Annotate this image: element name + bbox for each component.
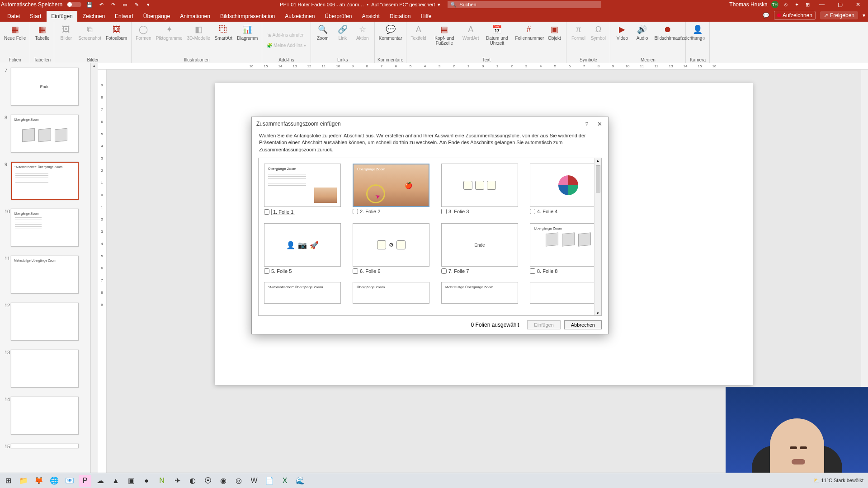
cameo-button[interactable]: 👤Cameo [689, 23, 707, 42]
slide-thumb-14[interactable] [11, 397, 79, 435]
avatar[interactable]: TH [771, 1, 778, 8]
dialog-slide-3[interactable]: 3. Folie 3 [441, 164, 518, 215]
tab-help[interactable]: Hilfe [416, 11, 436, 22]
tb-ico-3[interactable]: ⊞ [804, 1, 811, 8]
help-button[interactable]: ? [583, 121, 591, 127]
tab-design[interactable]: Entwurf [110, 11, 138, 22]
task-word-icon[interactable]: W [248, 475, 260, 487]
photoalbum-button[interactable]: 🖼Fotoalbum [104, 23, 128, 42]
symbol-button[interactable]: ΩSymbol [589, 23, 607, 42]
dropdown-icon[interactable]: ▾ [145, 1, 152, 8]
tab-home[interactable]: Start [25, 11, 46, 22]
screenshot-button[interactable]: ⧉Screenshot [77, 23, 103, 42]
task-powerpoint-icon[interactable]: P [79, 475, 91, 487]
thumbnails-scrollbar[interactable]: ▴▾ [90, 63, 98, 476]
audio-button[interactable]: 🔊Audio [633, 23, 651, 42]
slidenumber-button[interactable]: #Foliennummer [514, 23, 543, 42]
comment-button[interactable]: 💬Kommentar [377, 23, 404, 42]
task-app-icon[interactable]: ☁ [94, 475, 107, 487]
task-excel-icon[interactable]: X [278, 475, 291, 487]
dialog-slide-1[interactable]: Übergänge Zoom 1. Folie 1 [264, 164, 341, 215]
slide-thumb-15[interactable] [11, 444, 79, 448]
table-button[interactable]: ▦Tabelle [33, 23, 51, 42]
dialog-slide-8[interactable]: Übergänge Zoom 8. Folie 8 [530, 223, 602, 274]
slide-thumb-9[interactable]: "Automatischer" Übergänge Zoom [11, 162, 79, 200]
slide-thumb-13[interactable] [11, 350, 79, 388]
maximize-button[interactable]: ▢ [833, 1, 847, 8]
my-addins-button[interactable]: 🧩 Meine Add-Ins ▾ [265, 42, 308, 49]
search-box[interactable]: 🔍 Suchen [448, 1, 601, 8]
minimize-button[interactable]: — [815, 1, 829, 8]
dialog-slide-11[interactable]: Mehrstufige Übergänge Zoom [441, 282, 518, 304]
tab-transitions[interactable]: Übergänge [139, 11, 175, 22]
chevron-down-icon[interactable]: ▾ [863, 12, 865, 19]
dialog-slide-6[interactable]: ⚙ 6. Folie 6 [353, 223, 429, 274]
dialog-close-button[interactable]: ✕ [595, 121, 604, 127]
task-onenote-icon[interactable]: N [156, 475, 168, 487]
tab-file[interactable]: Datei [3, 11, 24, 22]
screenrec-button[interactable]: ⏺Bildschirmaufzeichnung [653, 23, 683, 42]
redo-icon[interactable]: ↷ [109, 1, 117, 8]
autosave-toggle[interactable] [67, 2, 81, 7]
task-telegram-icon[interactable]: ✈ [171, 475, 184, 487]
equation-button[interactable]: πFormel [569, 23, 587, 42]
task-app6-icon[interactable]: ◎ [232, 475, 245, 487]
tab-dictation[interactable]: Dictation [385, 11, 415, 22]
task-app4-icon[interactable]: ◐ [186, 475, 199, 487]
task-app3-icon[interactable]: ● [140, 475, 153, 487]
action-button[interactable]: ☆Aktion [354, 23, 372, 42]
save-icon[interactable]: 💾 [86, 1, 93, 8]
task-obs-icon[interactable]: ⦿ [202, 475, 214, 487]
undo-icon[interactable]: ↶ [98, 1, 105, 8]
dialog-slide-2[interactable]: Übergänge Zoom ➤ 🍎 2. Folie 2 [353, 164, 429, 215]
wordart-button[interactable]: AWordArt [461, 23, 481, 42]
share-button[interactable]: ↗Freigeben [820, 11, 858, 19]
slide-thumb-8[interactable]: Übergänge Zoom [11, 115, 79, 153]
task-app5-icon[interactable]: ◉ [217, 475, 230, 487]
dialog-slide-9[interactable]: "Automatischer" Übergänge Zoom [264, 282, 341, 304]
tab-draw[interactable]: Zeichnen [78, 11, 109, 22]
tab-slideshow[interactable]: Bildschirmpräsentation [216, 11, 279, 22]
tab-review[interactable]: Überprüfen [320, 11, 356, 22]
slide-thumbnails-panel[interactable]: 7 Ende 8 Übergänge Zoom 9 "Automatischer… [0, 63, 90, 476]
icons-button[interactable]: ✦Piktogramme [155, 23, 184, 42]
smartart-button[interactable]: ⿻SmartArt [213, 23, 234, 42]
task-app7-icon[interactable]: 📄 [263, 475, 276, 487]
start-button[interactable]: ⊞ [2, 475, 14, 487]
link-button[interactable]: 🔗Link [334, 23, 352, 42]
task-chrome-icon[interactable]: 🌐 [48, 475, 61, 487]
dialog-slide-12[interactable] [530, 282, 602, 304]
dialog-scrollbar[interactable]: ▴▾ [594, 158, 601, 315]
chart-button[interactable]: 📊Diagramm [236, 23, 259, 42]
slide-thumb-10[interactable]: Übergänge Zoom [11, 209, 79, 247]
task-vlc-icon[interactable]: ▲ [109, 475, 122, 487]
tab-animations[interactable]: Animationen [175, 11, 215, 22]
slide-thumb-12[interactable] [11, 303, 79, 341]
task-firefox-icon[interactable]: 🦊 [33, 475, 45, 487]
close-button[interactable]: ✕ [851, 1, 865, 8]
weather-widget[interactable]: ⛅ 11°C Stark bewölkt [813, 478, 863, 483]
dialog-slide-10[interactable]: Übergänge Zoom [353, 282, 429, 304]
task-app2-icon[interactable]: ▣ [125, 475, 137, 487]
3dmodels-button[interactable]: ◧3D-Modelle [186, 23, 212, 42]
textbox-button[interactable]: ATextfeld [409, 23, 427, 42]
slide-thumb-7[interactable]: Ende [11, 68, 79, 106]
quick-access-icon[interactable]: ✎ [133, 1, 140, 8]
shapes-button[interactable]: ◯Formen [134, 23, 152, 42]
object-button[interactable]: ▣Objekt [545, 23, 563, 42]
start-from-beginning-icon[interactable]: ▭ [121, 1, 128, 8]
record-button[interactable]: Aufzeichnen [774, 11, 816, 20]
headerfooter-button[interactable]: ▤Kopf- und Fußzeile [429, 23, 459, 47]
datetime-button[interactable]: 📅Datum und Uhrzeit [482, 23, 512, 47]
slide-thumb-11[interactable]: Mehrstufige Übergänge Zoom [11, 256, 79, 294]
dialog-slide-4[interactable]: 4. Folie 4 [530, 164, 602, 215]
dialog-slide-5[interactable]: 👤📷🚀 5. Folie 5 [264, 223, 341, 274]
chevron-down-icon[interactable]: ▾ [438, 2, 440, 8]
task-explorer-icon[interactable]: 📁 [17, 475, 30, 487]
task-edge-icon[interactable]: 🌊 [294, 475, 307, 487]
get-addins-button[interactable]: 🛍 Add-Ins abrufen [265, 32, 306, 38]
task-outlook-icon[interactable]: 📧 [63, 475, 76, 487]
video-button[interactable]: ▶Video [613, 23, 631, 42]
new-slide-button[interactable]: ▦Neue Folie [3, 23, 27, 42]
zoom-button[interactable]: 🔍Zoom [314, 23, 332, 42]
